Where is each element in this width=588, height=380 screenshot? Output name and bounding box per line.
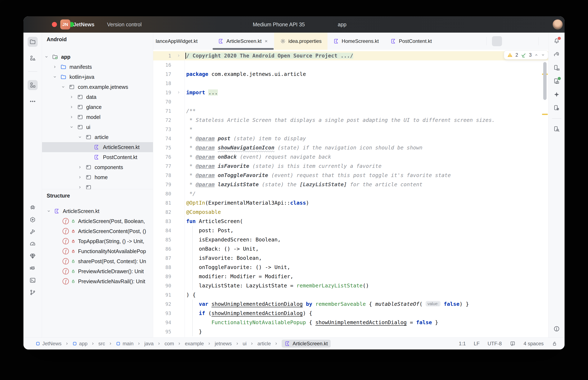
line-number[interactable]: 93 <box>153 309 171 318</box>
code-line-77[interactable]: 77 * @param isFavorite (state) is this i… <box>153 162 548 171</box>
caret-position[interactable]: 1:1 <box>459 341 466 346</box>
running-devices-tool[interactable] <box>552 76 562 86</box>
device-selector[interactable]: Medium Phone API 35 <box>250 16 308 33</box>
breadcrumb-app[interactable]: app <box>72 341 87 346</box>
next-problem-button[interactable] <box>541 53 545 57</box>
tab-idea.properties[interactable]: idea.properties <box>274 33 327 50</box>
chevron-right-icon[interactable] <box>77 185 83 189</box>
code-line-94[interactable]: 94 FunctionalityNotAvailablePopup { show… <box>153 318 548 327</box>
structure-item[interactable]: fsharePost(Post, Context): Un <box>42 256 153 266</box>
resource-manager-tool[interactable] <box>28 53 38 63</box>
code-line-84[interactable]: 84 post: Post, <box>153 226 548 235</box>
code-line-89[interactable]: 89 modifier: Modifier = Modifier, <box>153 272 548 281</box>
breadcrumb-JetNews[interactable]: JetNews <box>36 341 61 346</box>
code-line-16[interactable]: 16 <box>153 60 548 70</box>
structure-tool[interactable] <box>28 80 38 90</box>
code-line-91[interactable]: 91) { <box>153 290 548 300</box>
chevron-right-icon[interactable] <box>69 95 75 99</box>
chevron-down-icon[interactable] <box>60 85 66 89</box>
breadcrumb-ArticleScreen.kt[interactable]: ArticleScreen.kt <box>282 340 331 348</box>
chevron-right-icon[interactable] <box>52 65 58 69</box>
chevron-down-icon[interactable] <box>77 135 83 139</box>
project-tool[interactable] <box>28 37 38 47</box>
breadcrumb-article[interactable]: article <box>257 341 271 346</box>
structure-item[interactable]: fPreviewArticleNavRail(): Unit <box>42 276 153 286</box>
code-line-75[interactable]: 75 * @param showNavigationIcon (state) i… <box>153 143 548 152</box>
breadcrumb-ui[interactable]: ui <box>243 341 247 346</box>
device-explorer-tool[interactable] <box>552 124 562 134</box>
tree-item-manifests[interactable]: manifests <box>42 62 153 72</box>
structure-item[interactable]: fArticleScreen(Post, Boolean, <box>42 216 153 226</box>
line-number[interactable]: 83 <box>153 217 171 226</box>
chevron-down-icon[interactable] <box>52 75 58 79</box>
logcat-tool[interactable] <box>28 263 38 273</box>
tree-item-partial[interactable] <box>42 182 153 189</box>
tree-item-app[interactable]: app <box>42 52 153 62</box>
close-window-button[interactable] <box>52 22 57 27</box>
code-line-90[interactable]: 90 lazyListState: LazyListState = rememb… <box>153 281 548 290</box>
tree-item-home[interactable]: home <box>42 172 153 182</box>
line-number[interactable]: 81 <box>153 198 171 208</box>
run-config-selector[interactable]: app <box>336 21 349 28</box>
editor-scrollbar[interactable] <box>543 62 547 100</box>
chevron-down-icon[interactable] <box>46 209 52 213</box>
fold-arrow-icon[interactable] <box>177 90 181 95</box>
line-number[interactable]: 92 <box>153 300 171 309</box>
structure-item[interactable]: fTopAppBar(String, () -> Unit, <box>42 236 153 246</box>
breadcrumb-src[interactable]: src <box>98 341 105 346</box>
fold-arrow-icon[interactable] <box>177 54 181 58</box>
tree-item-glance[interactable]: glance <box>42 102 153 112</box>
line-number[interactable]: 84 <box>153 226 171 235</box>
code-view-button[interactable] <box>492 36 502 46</box>
line-number[interactable]: 75 <box>153 143 171 152</box>
tree-item-ArticleScreen.kt[interactable]: ArticleScreen.kt <box>42 142 153 152</box>
split-view-button[interactable] <box>507 36 517 46</box>
chevron-down-icon[interactable] <box>69 125 75 129</box>
tree-item-kotlin+java[interactable]: kotlin+java <box>42 72 153 82</box>
scrollbar-warning-mark[interactable] <box>542 114 548 115</box>
code-line-83[interactable]: 83fun ArticleScreen( <box>153 217 548 226</box>
code-line-72[interactable]: 72 * Stateless Article Screen that displ… <box>153 115 548 125</box>
project-selector[interactable]: JetNews <box>73 21 94 28</box>
code-line-95[interactable]: 95 } <box>153 327 548 336</box>
vcs-widget[interactable]: Version control <box>107 21 142 28</box>
version-control-tool[interactable] <box>28 287 38 297</box>
code-line-92[interactable]: 92 var showUnimplementedActionDialog by … <box>153 300 548 309</box>
line-number[interactable]: 74 <box>153 134 171 143</box>
chevron-right-icon[interactable] <box>77 175 83 179</box>
notifications[interactable] <box>552 36 562 46</box>
app-quality-insights-tool[interactable] <box>28 203 38 212</box>
terminal-tool[interactable] <box>28 275 38 285</box>
problems-tool[interactable] <box>552 324 562 334</box>
code-line-74[interactable]: 74 * @param post (state) item to display <box>153 134 548 143</box>
file-writable-icon[interactable] <box>552 341 557 346</box>
line-number[interactable]: 95 <box>153 327 171 336</box>
more-tool-windows[interactable] <box>28 96 38 106</box>
indent-style[interactable]: 4 spaces <box>524 341 544 346</box>
line-number[interactable]: 85 <box>153 235 171 244</box>
gemini-tool[interactable] <box>552 90 562 99</box>
tab-HomeScreens.kt[interactable]: HomeScreens.kt <box>327 33 385 50</box>
code-line-73[interactable]: 73 * <box>153 125 548 134</box>
code-line-17[interactable]: 17package com.example.jetnews.ui.article <box>153 70 548 79</box>
line-number[interactable]: 71 <box>153 106 171 115</box>
line-number[interactable]: 16 <box>153 60 171 70</box>
file-encoding[interactable]: UTF-8 <box>487 341 502 346</box>
breadcrumb-jetnews[interactable]: jetnews <box>215 341 232 346</box>
structure-item[interactable]: fArticleScreenContent(Post, () <box>42 226 153 236</box>
app-inspection-tool[interactable] <box>28 251 38 261</box>
structure-file-row[interactable]: ArticleScreen.kt <box>42 206 153 216</box>
code-line-80[interactable]: 80 */ <box>153 189 548 198</box>
tab-lanceAppWidget.kt[interactable]: lanceAppWidget.kt <box>153 33 212 50</box>
device-manager-tool[interactable] <box>552 63 562 73</box>
design-view-button[interactable] <box>523 36 533 46</box>
line-number[interactable]: 86 <box>153 244 171 254</box>
tree-item-article[interactable]: article <box>42 132 153 142</box>
chevron-down-icon[interactable] <box>43 55 49 59</box>
code-line-85[interactable]: 85 isExpandedScreen: Boolean, <box>153 235 548 244</box>
tree-item-PostContent.kt[interactable]: PostContent.kt <box>42 152 153 162</box>
line-separator[interactable]: LF <box>474 341 480 346</box>
line-number[interactable]: 72 <box>153 115 171 125</box>
code-line-71[interactable]: 71/** <box>153 106 548 115</box>
profiler-tool[interactable] <box>28 239 38 249</box>
